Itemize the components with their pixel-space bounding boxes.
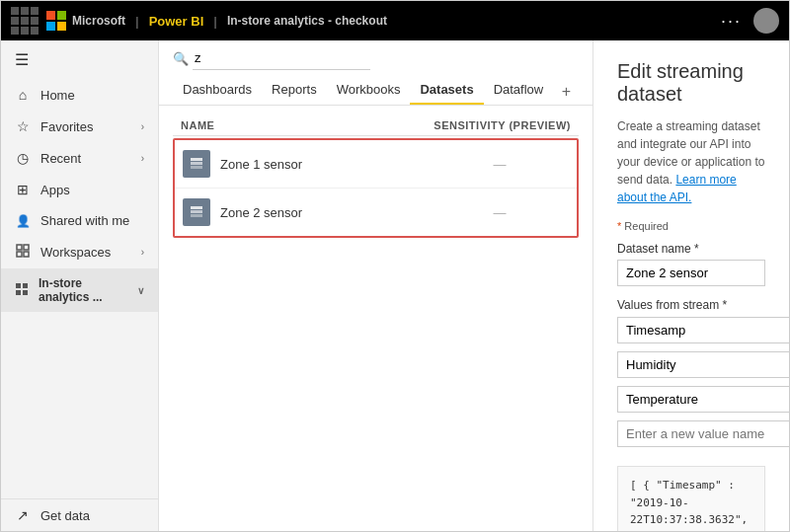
values-from-stream-group: Values from stream * DateTime Number Tex…	[617, 298, 765, 454]
dataset-name-group: Dataset name *	[617, 242, 765, 286]
svg-rect-12	[191, 158, 202, 161]
tab-dataflow[interactable]: Dataflow	[484, 76, 554, 105]
svg-rect-7	[24, 252, 29, 257]
table-row[interactable]: Zone 1 sensor —	[175, 140, 577, 189]
page-title: In-store analytics - checkout	[227, 14, 387, 28]
sidebar-item-home[interactable]: ⌂ Home	[1, 79, 158, 111]
sidebar-item-workspaces[interactable]: Workspaces ›	[1, 236, 158, 268]
edit-panel: Edit streaming dataset Create a streamin…	[593, 40, 789, 531]
sidebar: ☰ ⌂ Home ☆ Favorites › ◷ Recent › ⊞	[1, 40, 159, 531]
svg-rect-1	[57, 11, 66, 20]
sidebar-item-label: Shared with me	[40, 213, 129, 228]
top-bar-right: ···	[721, 8, 779, 34]
avatar[interactable]	[753, 8, 779, 34]
sidebar-item-instore[interactable]: In-store analytics ... ∨	[1, 268, 158, 312]
search-icon: 🔍	[173, 51, 189, 66]
svg-rect-10	[16, 290, 21, 295]
values-from-stream-label: Values from stream *	[617, 298, 765, 312]
dataset-icon	[183, 198, 210, 226]
sidebar-item-label: Workspaces	[40, 245, 111, 260]
workspace-icon	[15, 282, 29, 298]
chevron-right-icon: ›	[141, 121, 144, 132]
sidebar-item-getdata[interactable]: ↗ Get data	[1, 499, 158, 531]
svg-rect-3	[57, 22, 66, 31]
sidebar-item-label: Recent	[40, 151, 81, 166]
split-view: 🔍 Dashboards Reports Workbooks Datasets …	[159, 40, 789, 531]
getdata-icon: ↗	[15, 507, 31, 523]
shared-icon: 👤	[15, 214, 31, 228]
recent-icon: ◷	[15, 150, 31, 166]
chevron-right-icon: ›	[141, 247, 144, 258]
workspaces-icon	[15, 244, 31, 261]
sidebar-bottom: ↗ Get data	[1, 498, 158, 531]
row-sensitivity: —	[431, 157, 569, 172]
grid-icon	[11, 7, 39, 35]
app-container: Microsoft | Power BI | In-store analytic…	[0, 0, 790, 532]
sidebar-item-favorites[interactable]: ☆ Favorites ›	[1, 111, 158, 142]
sep1: |	[135, 14, 139, 29]
sidebar-items: ⌂ Home ☆ Favorites › ◷ Recent › ⊞ Apps	[1, 79, 158, 498]
main-layout: ☰ ⌂ Home ☆ Favorites › ◷ Recent › ⊞	[1, 40, 789, 531]
svg-rect-13	[191, 162, 202, 165]
col-name-header: NAME	[181, 119, 433, 131]
stream-row-0: DateTime Number Text Boolean 🗑	[617, 316, 765, 344]
tab-dashboards[interactable]: Dashboards	[173, 76, 262, 105]
sidebar-item-label: Favorites	[40, 119, 93, 134]
search-bar: 🔍	[159, 40, 592, 76]
svg-rect-9	[23, 283, 28, 288]
stream-row-1: DateTime Number Text Boolean 🗑	[617, 350, 765, 379]
panel-title: Edit streaming dataset	[617, 60, 765, 106]
row-name: Zone 1 sensor	[220, 157, 421, 172]
required-note: * Required	[617, 220, 765, 232]
svg-rect-14	[191, 166, 202, 169]
sidebar-item-label: In-store analytics ...	[39, 276, 127, 304]
add-button[interactable]: +	[554, 79, 579, 105]
content-left: 🔍 Dashboards Reports Workbooks Datasets …	[159, 40, 593, 531]
dataset-name-label: Dataset name *	[617, 242, 765, 256]
dataset-table: NAME SENSITIVITY (preview) Zone 1 sensor…	[159, 106, 592, 531]
table-row[interactable]: Zone 2 sensor —	[175, 189, 577, 236]
search-input[interactable]	[193, 46, 370, 70]
stream-row-2: DateTime Number Text Boolean 🗑	[617, 385, 765, 414]
chevron-down-icon: ∨	[137, 285, 144, 296]
powerbi-label: Power BI	[149, 14, 204, 29]
tabs-bar: Dashboards Reports Workbooks Datasets Da…	[159, 76, 592, 106]
svg-rect-17	[191, 214, 202, 217]
svg-rect-11	[23, 290, 28, 295]
microsoft-logo	[46, 11, 66, 31]
chevron-right-icon: ›	[141, 153, 144, 164]
code-preview: [ { "Timesamp" : "2019-10-22T10:37:38.36…	[617, 466, 765, 531]
more-options-button[interactable]: ···	[721, 11, 742, 32]
svg-rect-16	[191, 210, 202, 213]
svg-rect-2	[46, 22, 55, 31]
stream-field-input-0[interactable]	[617, 317, 789, 343]
sep2: |	[213, 14, 217, 29]
panel-description: Create a streaming dataset and integrate…	[617, 117, 765, 206]
sidebar-item-label: Apps	[40, 183, 70, 197]
stream-field-input-new[interactable]	[617, 420, 789, 447]
svg-rect-4	[17, 245, 22, 250]
sidebar-item-label: Get data	[40, 508, 90, 523]
row-sensitivity: —	[431, 205, 569, 220]
apps-icon: ⊞	[15, 182, 31, 197]
dataset-icon	[183, 150, 210, 178]
row-name: Zone 2 sensor	[220, 205, 421, 220]
svg-rect-6	[17, 252, 22, 257]
sidebar-item-label: Home	[40, 88, 75, 103]
dataset-name-input[interactable]	[617, 260, 765, 286]
hamburger-button[interactable]: ☰	[1, 40, 158, 79]
sidebar-item-apps[interactable]: ⊞ Apps	[1, 174, 158, 205]
tab-datasets[interactable]: Datasets	[410, 76, 483, 105]
svg-rect-5	[24, 245, 29, 250]
stream-field-input-1[interactable]	[617, 351, 789, 378]
asterisk: *	[617, 220, 624, 232]
svg-rect-8	[16, 283, 21, 288]
tab-workbooks[interactable]: Workbooks	[327, 76, 411, 105]
table-header: NAME SENSITIVITY (preview)	[173, 115, 579, 136]
home-icon: ⌂	[15, 87, 31, 103]
stream-field-input-2[interactable]	[617, 386, 789, 413]
tab-reports[interactable]: Reports	[262, 76, 327, 105]
sidebar-item-recent[interactable]: ◷ Recent ›	[1, 142, 158, 174]
sidebar-item-shared[interactable]: 👤 Shared with me	[1, 205, 158, 236]
logo-area: Microsoft | Power BI | In-store analytic…	[46, 11, 387, 31]
